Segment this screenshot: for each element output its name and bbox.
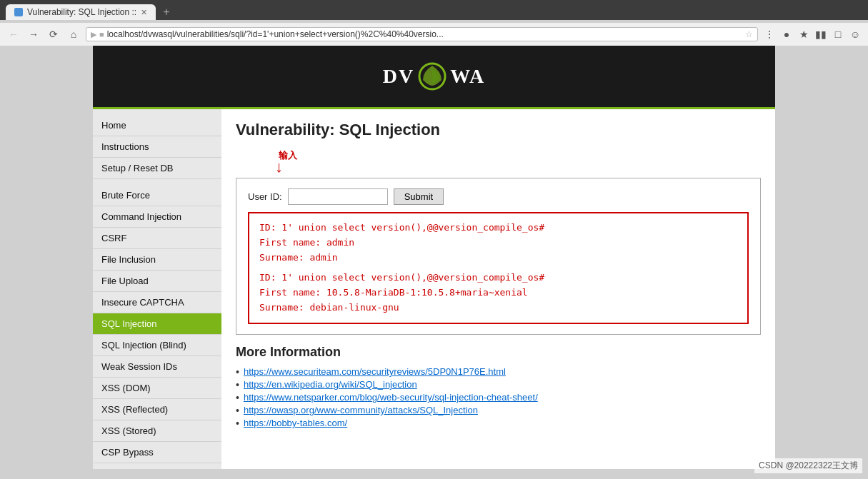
sidebar-item-insecure-captcha[interactable]: Insecure CAPTCHA [93, 292, 221, 313]
address-bar[interactable]: ▶ ■ ☆ [86, 27, 758, 41]
link-1[interactable]: https://www.securiteam.com/securityrevie… [244, 366, 506, 377]
sidebar-item-xss-dom[interactable]: XSS (DOM) [93, 378, 221, 399]
result-line-4 [259, 265, 737, 271]
annotation-area: 输入 ↓ [236, 149, 761, 175]
link-2[interactable]: https://en.wikipedia.org/wiki/SQL_inject… [244, 379, 417, 390]
form-row: User ID: Submit [248, 188, 749, 205]
sidebar-item-sql-injection-blind[interactable]: SQL Injection (Blind) [93, 335, 221, 356]
dvwa-logo: DV WA [383, 59, 486, 94]
result-line-3: Surname: admin [259, 251, 737, 266]
sidebar: Home Instructions Setup / Reset DB Brute… [93, 109, 221, 469]
toolbar: ← → ⟳ ⌂ ▶ ■ ☆ ⋮ ● ★ ▮▮ □ ☺ [0, 23, 868, 46]
result-line-2: First name: admin [259, 236, 737, 251]
bookmark-icon[interactable]: ☆ [745, 29, 753, 39]
sidebar-item-xss-reflected[interactable]: XSS (Reflected) [93, 399, 221, 420]
back-button[interactable]: ← [6, 26, 21, 42]
sidebar-divider [93, 179, 221, 185]
refresh-button[interactable]: ⟳ [46, 26, 61, 42]
tab-bar: Vulnerability: SQL Injection :: ✕ + [6, 4, 862, 20]
sidebar-item-command-injection[interactable]: Command Injection [93, 206, 221, 228]
tab-close-btn[interactable]: ✕ [141, 8, 147, 17]
result-line-5: ID: 1' union select version(),@@version_… [259, 271, 737, 286]
form-area: User ID: Submit ID: 1' union select vers… [236, 178, 761, 335]
site-header: DV WA [93, 46, 775, 109]
result-line-7: Surname: debian-linux-gnu [259, 301, 737, 316]
extensions-icon[interactable]: ⋮ [762, 27, 777, 41]
star-icon[interactable]: ★ [797, 27, 811, 41]
more-info-title: More Information [236, 345, 761, 360]
user-id-input[interactable] [288, 188, 388, 205]
sidebar-item-file-upload[interactable]: File Upload [93, 271, 221, 292]
home-button[interactable]: ⌂ [66, 26, 81, 42]
sidebar-item-sql-injection[interactable]: SQL Injection [93, 313, 221, 335]
user-id-label: User ID: [248, 191, 282, 202]
collections-icon[interactable]: ▮▮ [814, 27, 828, 41]
watermark: CSDN @20222322王文博 [754, 458, 862, 469]
more-info-list: https://www.securiteam.com/securityrevie… [236, 365, 761, 430]
link-5[interactable]: https://bobby-tables.com/ [244, 418, 347, 428]
toolbar-right: ⋮ ● ★ ▮▮ □ ☺ [762, 27, 862, 41]
forward-button[interactable]: → [26, 26, 41, 42]
page-title: Vulnerability: SQL Injection [236, 121, 761, 139]
lock-icon: ■ [99, 30, 104, 39]
tabs-icon[interactable]: □ [831, 27, 845, 41]
arrow-down-icon: ↓ [275, 159, 283, 175]
list-item: https://en.wikipedia.org/wiki/SQL_inject… [236, 378, 761, 391]
sidebar-item-instructions[interactable]: Instructions [93, 136, 221, 158]
sidebar-item-setup[interactable]: Setup / Reset DB [93, 158, 221, 179]
list-item: https://bobby-tables.com/ [236, 417, 761, 430]
link-3[interactable]: https://www.netsparker.com/blog/web-secu… [244, 392, 538, 403]
list-item: https://www.netsparker.com/blog/web-secu… [236, 391, 761, 404]
sidebar-item-xss-stored[interactable]: XSS (Stored) [93, 420, 221, 442]
url-input[interactable] [107, 29, 742, 39]
submit-button[interactable]: Submit [394, 188, 444, 205]
active-tab[interactable]: Vulnerability: SQL Injection :: ✕ [6, 4, 156, 20]
security-icon: ▶ [91, 30, 96, 39]
link-4[interactable]: https://owasp.org/www-community/attacks/… [244, 405, 478, 415]
sidebar-item-home[interactable]: Home [93, 115, 221, 136]
profile-icon[interactable]: ☺ [848, 27, 862, 41]
logo-text: DV [383, 65, 414, 88]
list-item: https://www.securiteam.com/securityrevie… [236, 365, 761, 378]
list-item: https://owasp.org/www-community/attacks/… [236, 404, 761, 417]
shield-icon[interactable]: ● [779, 27, 794, 41]
content-area: Home Instructions Setup / Reset DB Brute… [93, 109, 775, 469]
logo-emblem [414, 59, 450, 94]
sidebar-item-brute-force[interactable]: Brute Force [93, 185, 221, 206]
tab-title: Vulnerability: SQL Injection :: [27, 7, 136, 17]
main-content: Vulnerability: SQL Injection 输入 ↓ User I… [221, 109, 775, 469]
sidebar-item-weak-session-ids[interactable]: Weak Session IDs [93, 356, 221, 378]
new-tab-button[interactable]: + [159, 4, 174, 20]
page-wrapper: DV WA Home Instructions Setup / Reset DB… [0, 46, 868, 469]
sidebar-item-file-inclusion[interactable]: File Inclusion [93, 249, 221, 271]
sidebar-item-csrf[interactable]: CSRF [93, 228, 221, 249]
browser-chrome: Vulnerability: SQL Injection :: ✕ + [0, 0, 868, 20]
tab-favicon [14, 8, 23, 16]
result-box: ID: 1' union select version(),@@version_… [248, 212, 749, 324]
logo-text2: WA [450, 65, 485, 88]
sidebar-item-csp-bypass[interactable]: CSP Bypass [93, 442, 221, 463]
site-wrapper: DV WA Home Instructions Setup / Reset DB… [93, 46, 775, 469]
result-line-6: First name: 10.5.8-MariaDB-1:10.5.8+mari… [259, 286, 737, 301]
result-line-1: ID: 1' union select version(),@@version_… [259, 221, 737, 236]
